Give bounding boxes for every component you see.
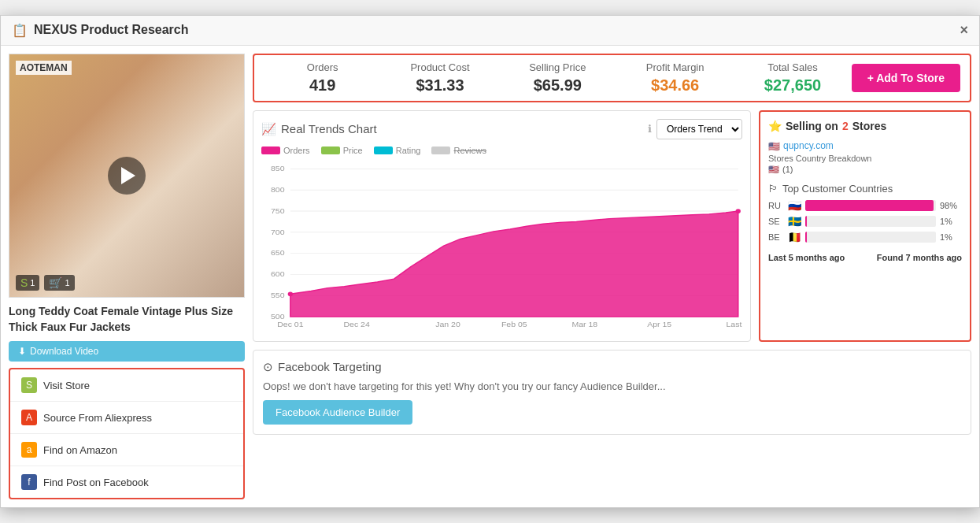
chart-legend: Orders Price Rating Reviews [261,146,742,155]
cart-icon: 🛒 [49,276,62,289]
orders-stat: Orders 419 [264,61,381,95]
last-seen: Last 5 months ago [768,253,845,262]
timestamps: Last 5 months ago Found 7 months ago [768,253,962,262]
flag-icon: 🏳 [768,183,778,195]
chart-controls: ℹ Orders Trend Price Trend Rating Trend [648,119,742,139]
selling-price-stat: Selling Price $65.99 [499,61,616,95]
star-icon: ⭐ [768,120,782,132]
store-badges: S 1 🛒 1 [16,275,75,291]
facebook-audience-builder-button[interactable]: Facebook Audience Builder [263,400,412,425]
svg-text:Feb 05: Feb 05 [501,321,527,328]
facebook-circle-icon: ⊙ [263,360,273,374]
middle-section: 📈 Real Trends Chart ℹ Orders Trend Price… [253,110,971,342]
selling-title: ⭐ Selling on 2 Stores [768,120,962,132]
se-bar-track [805,216,936,227]
store-entry: 🇺🇸 qupncy.com Stores Country Breakdown 🇺… [768,140,962,175]
ru-bar-fill [805,200,934,211]
actions-panel: S Visit Store A Source From Aliexpress a… [9,368,245,499]
legend-price-color [321,147,340,154]
stats-bar: Orders 419 Product Cost $31.33 Selling P… [253,54,971,102]
svg-text:800: 800 [271,185,285,193]
found-date: Found 7 months ago [877,253,962,262]
source-aliexpress-item[interactable]: A Source From Aliexpress [10,402,243,434]
product-title: Long Teddy Coat Female Vintage Plus Size… [9,304,245,335]
legend-reviews-color [431,147,450,154]
facebook-section: ⊙ Facebook Targeting Oops! we don't have… [253,350,971,435]
facebook-icon: f [21,474,37,490]
find-facebook-item[interactable]: f Find Post on Facebook [10,466,243,498]
svg-point-16 [288,291,293,296]
download-icon: ⬇ [18,346,26,357]
find-amazon-item[interactable]: a Find on Amazon [10,434,243,466]
trend-dropdown[interactable]: Orders Trend Price Trend Rating Trend [656,119,742,139]
facebook-title: ⊙ Facebook Targeting [263,360,961,374]
close-button[interactable]: × [960,22,968,39]
be-bar-fill [805,232,807,243]
top-countries-title: 🏳 Top Customer Countries [768,183,962,195]
country-row-ru: RU 🇷🇺 98% [768,199,962,212]
svg-text:550: 550 [271,291,285,299]
brand-label: AOTEMAN [16,61,72,75]
shopify-badge: S 1 [16,275,39,291]
chart-area: 850 800 750 700 650 600 550 500 [261,160,742,333]
ru-bar-track [805,200,936,211]
add-to-store-button[interactable]: + Add To Store [852,64,960,92]
chart-title-icon: 📈 [261,122,276,136]
visit-store-item[interactable]: S Visit Store [10,369,243,402]
legend-orders-color [261,147,280,154]
amazon-icon: a [21,442,37,458]
svg-text:Dec 01: Dec 01 [277,321,304,328]
shopify-store-icon: S [21,377,37,393]
country-row-be: BE 🇧🇪 1% [768,231,962,243]
chart-header: 📈 Real Trends Chart ℹ Orders Trend Price… [261,119,742,139]
play-icon [121,167,135,184]
modal-body: AOTEMAN S 1 🛒 1 Long Teddy Coat Female [1,46,979,507]
legend-price: Price [321,146,363,155]
info-icon: ℹ [648,123,652,135]
download-video-button[interactable]: ⬇ Download Video [9,341,245,362]
legend-reviews: Reviews [431,146,486,155]
chart-panel: 📈 Real Trends Chart ℹ Orders Trend Price… [253,110,751,342]
svg-text:Jan 20: Jan 20 [435,321,460,328]
svg-point-17 [736,209,741,213]
profit-margin-stat: Profit Margin $34.66 [616,61,734,95]
svg-text:850: 850 [271,165,285,172]
left-panel: AOTEMAN S 1 🛒 1 Long Teddy Coat Female [9,54,245,499]
play-button[interactable] [108,157,146,195]
svg-text:700: 700 [271,228,285,236]
svg-text:Mar 18: Mar 18 [571,321,597,328]
modal-header: 📋 NEXUS Product Research × [1,16,979,46]
legend-rating-color [374,147,393,154]
svg-text:650: 650 [271,249,285,257]
breakdown-flag: 🇺🇸 [768,165,779,175]
trend-chart: 850 800 750 700 650 600 550 500 [261,160,742,333]
selling-panel: ⭐ Selling on 2 Stores 🇺🇸 qupncy.com Stor… [759,110,971,342]
modal-title: 📋 NEXUS Product Research [12,23,189,38]
svg-text:750: 750 [271,206,285,214]
breakdown-flag-item: 🇺🇸 (1) [768,165,962,175]
right-area: Orders 419 Product Cost $31.33 Selling P… [253,54,971,499]
us-flag-store: 🇺🇸 [768,141,780,152]
se-bar-fill [805,216,807,227]
svg-text:600: 600 [271,270,285,278]
legend-orders: Orders [261,146,310,155]
total-sales-stat: Total Sales $27,650 [734,61,851,95]
svg-text:Apr 15: Apr 15 [647,321,671,328]
country-row-se: SE 🇸🇪 1% [768,215,962,228]
be-bar-track [805,232,936,243]
legend-rating: Rating [374,146,421,155]
aliexpress-icon: A [21,410,37,425]
product-image-wrap: AOTEMAN S 1 🛒 1 [9,54,245,298]
svg-text:Last: Last [727,321,742,328]
facebook-description: Oops! we don't have targeting for this y… [263,380,961,392]
svg-text:500: 500 [271,312,285,320]
modal-container: 📋 NEXUS Product Research × AOTEMAN S 1 [0,15,980,508]
book-icon: 📋 [12,23,28,38]
cart-badge: 🛒 1 [44,275,74,291]
product-cost-stat: Product Cost $31.33 [381,61,498,95]
shopify-icon: S [20,276,28,289]
chart-title: 📈 Real Trends Chart [261,122,377,136]
svg-text:Dec 24: Dec 24 [343,321,370,328]
